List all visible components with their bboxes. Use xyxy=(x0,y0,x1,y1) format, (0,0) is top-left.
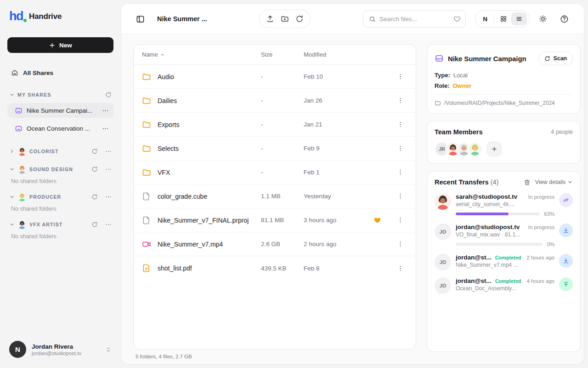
scan-button[interactable]: Scan xyxy=(538,52,573,65)
row-menu-button[interactable] xyxy=(394,190,407,203)
more-vertical-icon xyxy=(397,97,404,104)
new-folder-button[interactable] xyxy=(278,12,292,26)
producer-avatar xyxy=(17,192,27,201)
completed-badge: Completed xyxy=(495,255,521,260)
more-horizontal-icon[interactable] xyxy=(105,221,112,228)
team-title: Team Members xyxy=(435,128,483,136)
table-row[interactable]: Dailies - Jan 26 xyxy=(134,89,416,113)
sidebar-item-nike-summer-campaign[interactable]: Nike Summer Campai... xyxy=(7,103,113,118)
new-button[interactable]: New xyxy=(7,37,113,53)
clear-transfers-button[interactable] xyxy=(524,179,531,186)
transfer-direction-button[interactable] xyxy=(559,193,573,207)
grid-view-button[interactable] xyxy=(496,12,511,25)
more-horizontal-icon[interactable] xyxy=(102,125,109,132)
view-details-button[interactable]: View details xyxy=(535,179,573,185)
share-role-value: Owner xyxy=(453,82,471,89)
upload-icon xyxy=(563,281,569,288)
member-avatar[interactable] xyxy=(468,142,482,156)
row-menu-button[interactable] xyxy=(394,238,407,251)
download-button[interactable] xyxy=(559,224,573,237)
transfer-item[interactable]: JO jordan@studiopost.tv In progress VO_f… xyxy=(435,224,573,247)
table-row[interactable]: Nike_Summer_v7_FINAL.prproj 81.1 MB 3 ho… xyxy=(134,208,416,232)
transfer-avatar-initials: JO xyxy=(435,277,451,294)
section-label: COLORIST xyxy=(29,149,89,154)
sidebar-section-vfx-artist[interactable]: VFX ARTIST xyxy=(7,219,113,230)
transfer-arrows-icon xyxy=(563,197,569,203)
user-account-menu[interactable]: N Jordan Rivera jordan@studiopost.tv xyxy=(7,338,113,361)
transfer-item[interactable]: JO jordan@st... Completed 4 hours ago Oc… xyxy=(435,277,573,294)
sort-by-name-button[interactable]: N xyxy=(478,16,492,23)
column-header-name[interactable]: Name xyxy=(142,51,261,58)
share-type-row: Type: Local xyxy=(435,72,573,79)
question-circle-icon xyxy=(560,15,569,23)
help-button[interactable] xyxy=(556,11,572,27)
file-icon xyxy=(142,192,151,201)
more-horizontal-icon[interactable] xyxy=(105,194,112,200)
chevron-down-icon xyxy=(9,222,15,227)
column-header-modified[interactable]: Modified xyxy=(304,51,373,58)
transfer-avatar-initials: JO xyxy=(435,254,451,270)
favorite-heart-icon[interactable] xyxy=(373,216,381,224)
share-path-row: /Volumes/RAID/Projects/Nike_Summer_2024 xyxy=(435,94,573,106)
chevron-up-down-icon xyxy=(105,346,112,353)
sidebar-section-colorist[interactable]: COLORIST xyxy=(7,146,113,157)
refresh-icon[interactable] xyxy=(91,194,98,200)
download-button[interactable] xyxy=(559,254,573,268)
favorites-filter-heart-icon[interactable] xyxy=(453,15,461,23)
table-row[interactable]: Selects - Feb 9 xyxy=(134,137,416,161)
team-members-card: Team Members 4 people JR xyxy=(427,121,581,164)
more-horizontal-icon[interactable] xyxy=(102,107,109,114)
chevron-down-icon xyxy=(9,167,15,172)
theme-toggle-button[interactable] xyxy=(535,11,551,27)
more-vertical-icon xyxy=(397,193,404,200)
list-view-button[interactable] xyxy=(511,12,527,25)
more-horizontal-icon[interactable] xyxy=(105,148,112,155)
table-row[interactable]: Exports - Jan 21 xyxy=(134,113,416,137)
upload-button[interactable] xyxy=(263,12,277,26)
row-menu-button[interactable] xyxy=(394,142,407,155)
refresh-icon[interactable] xyxy=(91,166,98,172)
row-menu-button[interactable] xyxy=(394,94,407,107)
table-header: Name Size Modified xyxy=(134,45,416,65)
add-member-button[interactable] xyxy=(487,142,502,156)
table-row[interactable]: VFX - Feb 1 xyxy=(134,161,416,184)
transfer-item[interactable]: JO jordan@st... Completed 2 hours ago Ni… xyxy=(435,254,573,270)
row-menu-button[interactable] xyxy=(394,166,407,179)
recent-transfers-card: Recent Transfers (4) View details sarah@… xyxy=(427,171,581,352)
row-menu-button[interactable] xyxy=(394,262,407,275)
refresh-icon[interactable] xyxy=(91,221,98,228)
row-menu-button[interactable] xyxy=(394,214,407,227)
file-icon xyxy=(142,216,151,225)
search-input[interactable] xyxy=(379,16,450,23)
table-row[interactable]: shot_list.pdf 439.5 KB Feb 8 xyxy=(134,256,416,280)
row-menu-button[interactable] xyxy=(394,70,407,83)
sidebar-section-producer[interactable]: PRODUCER xyxy=(7,191,113,202)
my-shares-section-header[interactable]: MY SHARES xyxy=(7,90,113,100)
refresh-button[interactable] xyxy=(293,12,306,26)
more-vertical-icon xyxy=(397,217,404,224)
search-bar xyxy=(363,10,466,28)
table-row[interactable]: Audio - Feb 10 xyxy=(134,65,416,89)
more-horizontal-icon[interactable] xyxy=(105,166,112,172)
sidebar-section-sound-design[interactable]: SOUND DESIGN xyxy=(7,164,113,175)
transfer-file: VO_final_mix.wav · 81.1... xyxy=(456,231,554,238)
sidebar-item-ocean-conservation[interactable]: Ocean Conservation ... xyxy=(7,121,113,136)
column-header-size[interactable]: Size xyxy=(261,51,304,58)
grid-icon xyxy=(500,15,507,23)
sidebar-item-all-shares[interactable]: All Shares xyxy=(7,66,113,80)
table-row[interactable]: Nike_Summer_v7.mp4 2.6 GB 2 hours ago xyxy=(134,232,416,256)
row-menu-button[interactable] xyxy=(394,118,407,131)
panel-left-icon xyxy=(136,15,145,23)
toolbar: Nike Summer ... N xyxy=(121,4,584,34)
more-vertical-icon xyxy=(397,145,404,152)
transfer-item[interactable]: sarah@studiopost.tv In progress aerial_c… xyxy=(435,193,573,217)
refresh-icon[interactable] xyxy=(91,148,98,155)
refresh-icon xyxy=(544,56,550,62)
upload-button[interactable] xyxy=(559,277,573,291)
user-name: Jordan Rivera xyxy=(32,343,100,350)
sidebar-toggle-button[interactable] xyxy=(133,12,147,26)
details-panel: Nike Summer Campaign Scan Type: Local Ro… xyxy=(427,44,581,352)
refresh-icon[interactable] xyxy=(105,92,112,98)
table-row[interactable]: color_grade.cube 1.1 MB Yesterday xyxy=(134,184,416,208)
sort-ascending-icon xyxy=(160,52,165,57)
